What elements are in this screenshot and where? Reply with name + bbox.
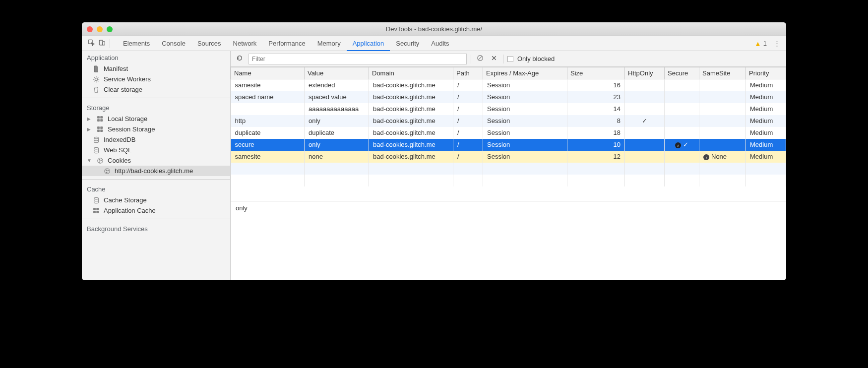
- cell-secure[interactable]: [665, 151, 699, 163]
- column-priority[interactable]: Priority: [746, 67, 786, 79]
- delete-selected-button[interactable]: [489, 55, 499, 62]
- tab-performance[interactable]: Performance: [262, 36, 311, 51]
- cell-priority[interactable]: Medium: [746, 139, 786, 151]
- cell-priority[interactable]: Medium: [746, 103, 786, 115]
- column-name[interactable]: Name: [231, 67, 305, 79]
- cell-domain[interactable]: bad-cookies.glitch.me: [369, 151, 453, 163]
- cell-path[interactable]: /: [453, 103, 483, 115]
- column-expires-max-age[interactable]: Expires / Max-Age: [483, 67, 567, 79]
- titlebar[interactable]: DevTools - bad-cookies.glitch.me/: [82, 22, 786, 36]
- tab-elements[interactable]: Elements: [117, 36, 156, 51]
- cell-domain[interactable]: bad-cookies.glitch.me: [369, 103, 453, 115]
- tab-application[interactable]: Application: [347, 36, 390, 51]
- cookies-table[interactable]: NameValueDomainPathExpires / Max-AgeSize…: [231, 67, 786, 201]
- table-row[interactable]: samesiteextendedbad-cookies.glitch.me/Se…: [231, 79, 786, 91]
- filter-input[interactable]: [248, 54, 467, 64]
- cell-name[interactable]: duplicate: [231, 127, 305, 139]
- cell-httponly[interactable]: [625, 127, 665, 139]
- cell-expires[interactable]: Session: [483, 79, 567, 91]
- minimize-window-button[interactable]: [97, 26, 103, 32]
- cell-priority[interactable]: Medium: [746, 91, 786, 103]
- cell-secure[interactable]: [665, 103, 699, 115]
- table-row[interactable]: samesitenonebad-cookies.glitch.me/Sessio…: [231, 151, 786, 163]
- maximize-window-button[interactable]: [107, 26, 113, 32]
- tab-network[interactable]: Network: [227, 36, 263, 51]
- sidebar-item-cookie-origin[interactable]: http://bad-cookies.glitch.me: [82, 166, 230, 176]
- cell-value[interactable]: duplicate: [305, 127, 369, 139]
- cell-httponly[interactable]: [625, 79, 665, 91]
- sidebar-item-service-workers[interactable]: Service Workers: [82, 74, 230, 84]
- table-row[interactable]: aaaaaaaaaaaaaabad-cookies.glitch.me/Sess…: [231, 103, 786, 115]
- sidebar-item-local-storage[interactable]: ▶Local Storage: [82, 114, 230, 124]
- cell-priority[interactable]: Medium: [746, 127, 786, 139]
- cell-size[interactable]: 16: [567, 79, 625, 91]
- sidebar-item-web-sql[interactable]: Web SQL: [82, 145, 230, 155]
- cell-expires[interactable]: Session: [483, 127, 567, 139]
- cell-httponly[interactable]: [625, 91, 665, 103]
- sidebar-item-session-storage[interactable]: ▶Session Storage: [82, 124, 230, 134]
- table-row[interactable]: httponlybad-cookies.glitch.me/Session8✓M…: [231, 115, 786, 127]
- cell-samesite[interactable]: [699, 91, 746, 103]
- sidebar-item-cookies[interactable]: ▼Cookies: [82, 155, 230, 166]
- tab-sources[interactable]: Sources: [191, 36, 227, 51]
- sidebar-item-manifest[interactable]: Manifest: [82, 63, 230, 74]
- cell-domain[interactable]: bad-cookies.glitch.me: [369, 91, 453, 103]
- cell-secure[interactable]: [665, 79, 699, 91]
- cell-value[interactable]: extended: [305, 79, 369, 91]
- cell-name[interactable]: [231, 103, 305, 115]
- table-row[interactable]: duplicateduplicatebad-cookies.glitch.me/…: [231, 127, 786, 139]
- sidebar-item-indexeddb[interactable]: IndexedDB: [82, 134, 230, 145]
- column-size[interactable]: Size: [567, 67, 625, 79]
- cell-samesite[interactable]: [699, 115, 746, 127]
- cell-name[interactable]: spaced name: [231, 91, 305, 103]
- cell-domain[interactable]: bad-cookies.glitch.me: [369, 115, 453, 127]
- cell-value[interactable]: only: [305, 139, 369, 151]
- cell-path[interactable]: /: [453, 139, 483, 151]
- column-samesite[interactable]: SameSite: [699, 67, 746, 79]
- only-blocked-checkbox[interactable]: [507, 56, 513, 62]
- column-value[interactable]: Value: [305, 67, 369, 79]
- tab-security[interactable]: Security: [390, 36, 425, 51]
- sidebar-item-application-cache[interactable]: Application Cache: [82, 205, 230, 216]
- cell-size[interactable]: 10: [567, 139, 625, 151]
- cell-path[interactable]: /: [453, 151, 483, 163]
- cell-samesite[interactable]: [699, 79, 746, 91]
- column-secure[interactable]: Secure: [665, 67, 699, 79]
- cell-priority[interactable]: Medium: [746, 151, 786, 163]
- sidebar-item-clear-storage[interactable]: Clear storage: [82, 84, 230, 95]
- column-path[interactable]: Path: [453, 67, 483, 79]
- refresh-button[interactable]: [235, 55, 245, 63]
- cell-path[interactable]: /: [453, 115, 483, 127]
- cell-size[interactable]: 23: [567, 91, 625, 103]
- cell-expires[interactable]: Session: [483, 139, 567, 151]
- chevron-down-icon[interactable]: ▼: [87, 158, 92, 163]
- cell-value[interactable]: spaced value: [305, 91, 369, 103]
- cell-domain[interactable]: bad-cookies.glitch.me: [369, 79, 453, 91]
- cell-httponly[interactable]: [625, 151, 665, 163]
- cell-expires[interactable]: Session: [483, 115, 567, 127]
- cell-priority[interactable]: Medium: [746, 115, 786, 127]
- cell-expires[interactable]: Session: [483, 151, 567, 163]
- cell-secure[interactable]: [665, 115, 699, 127]
- cell-path[interactable]: /: [453, 91, 483, 103]
- device-toolbar-icon[interactable]: [97, 39, 108, 48]
- cell-name[interactable]: samesite: [231, 151, 305, 163]
- cell-name[interactable]: secure: [231, 139, 305, 151]
- column-domain[interactable]: Domain: [369, 67, 453, 79]
- cell-domain[interactable]: bad-cookies.glitch.me: [369, 139, 453, 151]
- cell-samesite[interactable]: [699, 127, 746, 139]
- cell-path[interactable]: /: [453, 79, 483, 91]
- chevron-right-icon[interactable]: ▶: [87, 116, 92, 122]
- cell-secure[interactable]: i✓: [665, 139, 699, 151]
- cell-secure[interactable]: [665, 127, 699, 139]
- close-window-button[interactable]: [87, 26, 93, 32]
- cell-priority[interactable]: Medium: [746, 79, 786, 91]
- cell-value[interactable]: only: [305, 115, 369, 127]
- more-menu-icon[interactable]: ⋮: [772, 40, 782, 47]
- clear-all-button[interactable]: [475, 55, 485, 63]
- cell-expires[interactable]: Session: [483, 91, 567, 103]
- tab-memory[interactable]: Memory: [311, 36, 347, 51]
- cell-size[interactable]: 8: [567, 115, 625, 127]
- inspect-element-icon[interactable]: [86, 39, 97, 48]
- tab-console[interactable]: Console: [156, 36, 191, 51]
